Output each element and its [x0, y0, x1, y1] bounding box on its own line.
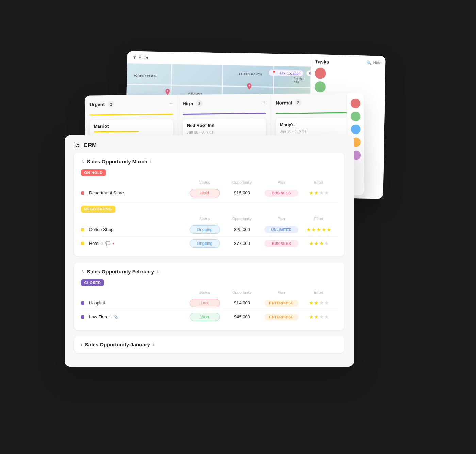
col-underline-normal	[276, 112, 359, 114]
status-coffee[interactable]: Ongoing	[190, 225, 220, 234]
amount-dept-store: $15,000	[222, 190, 263, 195]
map-label-torrey: TORREY PINES	[133, 74, 156, 77]
col-header-plan-neg: Plan	[263, 217, 300, 221]
status-hospital[interactable]: Lost	[190, 299, 220, 307]
kanban-avatar-3	[350, 124, 360, 134]
name-coffee-shop: Coffee Shop	[89, 227, 114, 232]
col-header-opportunity: Opportunity	[222, 180, 263, 184]
kanban-card-marriot: Marriot	[89, 119, 173, 137]
plan-coffee: UNLIMITED	[264, 226, 298, 233]
plan-dept-store: BUSINESS	[264, 190, 298, 197]
map-label-phipps: PHIPPS RANCH	[239, 72, 262, 76]
map-pin-2[interactable]	[245, 82, 253, 90]
col-add-high[interactable]: +	[262, 99, 266, 106]
section-info-february: ℹ	[157, 269, 159, 274]
crm-body: ∧ Sales Opportunity March ℹ ON HOLD Stat…	[65, 153, 354, 364]
row-hospital: Hospital Lost $14,000 ENTERPRISE ★ ★ ★	[81, 296, 338, 310]
section-info-march: ℹ	[150, 159, 152, 164]
tasks-title: Tasks	[315, 59, 329, 65]
amount-coffee: $25,000	[222, 227, 263, 232]
col-header-plan-closed: Plan	[263, 290, 300, 294]
table-col-headers-neg: Status Opportunity Plan Effort	[81, 215, 338, 222]
section-title-january: Sales Opportunity January	[85, 342, 150, 347]
name-hotel: Hotel	[89, 241, 99, 246]
card-progress-marriot	[94, 131, 138, 132]
stars-hotel: ★ ★ ★ ★	[300, 240, 338, 247]
col-header-opp-closed: Opportunity	[222, 290, 263, 294]
col-header-plan: Plan	[263, 180, 300, 184]
plan-hotel: BUSINESS	[264, 240, 298, 247]
tasks-header: Tasks 🔍 Hide	[315, 59, 381, 65]
col-header-urgent: Urgent 2 +	[89, 100, 173, 110]
status-dept-store[interactable]: Hold	[190, 189, 220, 197]
chevron-march[interactable]: ∧	[81, 159, 84, 164]
kanban-avatar-2	[350, 111, 360, 121]
section-title-march: Sales Opportunity March	[87, 159, 148, 165]
search-icon: 🔍	[366, 60, 372, 65]
stars-dept-store: ★ ★ ★ ★	[300, 190, 338, 196]
task-location-badge[interactable]: 📍 Task Location	[268, 69, 304, 76]
avatar-1	[315, 68, 326, 79]
section-header-january: › Sales Opportunity January ℹ	[81, 342, 338, 347]
row-coffee-shop: Coffee Shop Ongoing $25,000 UNLIMITED ★ …	[81, 223, 338, 237]
col-header-effort: Effort	[300, 180, 338, 184]
amount-hospital: $14,000	[222, 300, 263, 306]
plan-law: ENTERPRISE	[264, 314, 298, 320]
kanban-avatar-1	[350, 98, 360, 108]
row-law-firm: Law Firm 5 📎 Won $45,000 ENTERPRISE ★	[81, 310, 338, 324]
map-pin-1[interactable]	[164, 88, 171, 95]
stars-law: ★ ★ ★ ★	[300, 314, 338, 320]
col-header-opp-neg: Opportunity	[222, 217, 263, 221]
status-law[interactable]: Won	[190, 313, 220, 321]
col-count-high: 3	[196, 100, 202, 107]
col-count-normal: 2	[295, 99, 301, 106]
name-hospital: Hospital	[89, 300, 105, 306]
avatar-2	[314, 81, 326, 93]
section-title-february: Sales Opportunity February	[87, 269, 154, 275]
indicator-hospital	[81, 301, 84, 305]
col-title-normal: Normal	[276, 100, 292, 105]
card-title-redroof: Red Roof Inn	[187, 122, 262, 128]
indicator-coffee	[81, 228, 84, 231]
col-count-urgent: 2	[107, 100, 114, 107]
card-title-macys: Macy's	[280, 121, 355, 127]
group-negotiating: NEGOTIATING Status Opportunity Plan Effo…	[81, 206, 338, 250]
col-header-status: Status	[188, 180, 222, 184]
crm-title: CRM	[84, 142, 97, 149]
chevron-february[interactable]: ∧	[81, 269, 84, 274]
location-dot-icon: 📍	[272, 70, 276, 75]
row-hotel: Hotel 3 💬 ● Ongoing $77,000 BUSINESS	[81, 237, 338, 250]
law-badge: 5	[109, 315, 111, 319]
tasks-search-button[interactable]: 🔍 Hide	[366, 60, 381, 65]
col-title-high: High	[182, 100, 193, 106]
col-header-effort-neg: Effort	[300, 217, 338, 221]
card-title-marriot: Marriot	[94, 123, 169, 129]
map-label-eucalyp: EucalypHills	[293, 76, 304, 83]
crm-panel: 🗂 CRM ∧ Sales Opportunity March ℹ ON HOL…	[65, 135, 354, 367]
col-add-urgent[interactable]: +	[169, 100, 173, 107]
status-hotel[interactable]: Ongoing	[190, 239, 220, 248]
indicator-law	[81, 315, 84, 319]
col-header-status-closed: Status	[188, 290, 222, 294]
group-closed: CLOSED Status Opportunity Plan Effort Ho…	[81, 279, 338, 324]
section-header-march: ∧ Sales Opportunity March ℹ	[81, 159, 338, 165]
card-date-redroof: Jan 30 - July 31	[187, 129, 262, 134]
group-label-negotiating: NEGOTIATING	[81, 206, 115, 213]
filter-label: Filter	[138, 54, 148, 60]
table-col-headers-onhold: Status Opportunity Plan Effort	[81, 179, 338, 186]
name-law-firm: Law Firm	[89, 314, 107, 319]
card-date-macys: Jan 30 - July 31	[280, 128, 355, 133]
chevron-january[interactable]: ›	[81, 342, 82, 347]
filter-button[interactable]: ▼ Filter	[132, 54, 148, 60]
amount-law: $45,000	[222, 314, 263, 319]
stars-coffee: ★ ★ ★ ★ ★	[300, 226, 338, 233]
stars-hospital: ★ ★ ★ ★	[300, 300, 338, 306]
col-underline-urgent	[89, 114, 173, 115]
section-header-february: ∧ Sales Opportunity February ℹ	[81, 269, 338, 275]
divider-1	[81, 203, 338, 203]
group-onhold: ON HOLD Status Opportunity Plan Effort D…	[81, 169, 338, 200]
attach-icon-law: 📎	[113, 315, 118, 319]
col-header-effort-closed: Effort	[300, 290, 338, 294]
chat-icon-hotel: 💬	[105, 241, 110, 246]
indicator-dept-store	[81, 191, 84, 195]
